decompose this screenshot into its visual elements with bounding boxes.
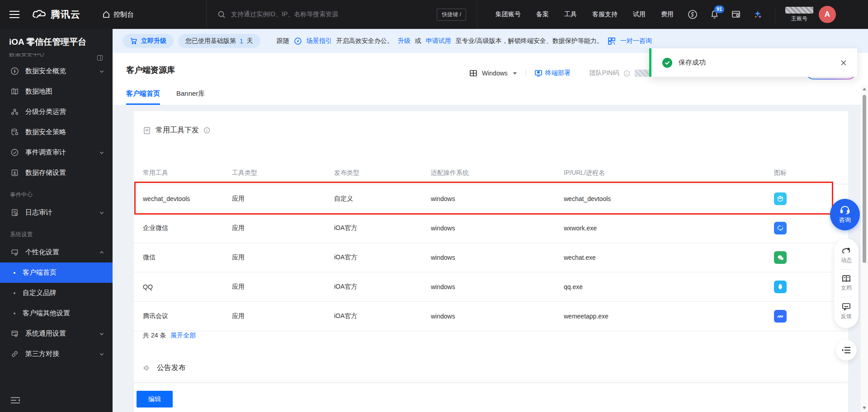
topnav-link-group-account[interactable]: 集团账号 bbox=[495, 10, 521, 19]
banner-or: 或 bbox=[415, 37, 421, 45]
info-icon[interactable] bbox=[203, 127, 210, 134]
sidebar-collapse-icon[interactable] bbox=[10, 396, 21, 405]
feedback-button[interactable]: 反馈 bbox=[841, 302, 852, 320]
upgrade-link[interactable]: 升级 bbox=[398, 37, 410, 45]
table-row-wechat[interactable]: 微信 应用 iOA官方 windows wechat.exe bbox=[134, 243, 848, 272]
document-icon bbox=[143, 126, 151, 135]
team-pin-label: 团队PIN码 bbox=[590, 69, 619, 77]
scroll-up-arrow[interactable] bbox=[863, 88, 866, 90]
console-settings-icon[interactable] bbox=[731, 9, 741, 20]
sidebar-item-data-security-overview[interactable]: 数据安全概览 bbox=[0, 61, 113, 81]
apply-trial-link[interactable]: 申请试用 bbox=[426, 37, 451, 45]
usage-status-pill: 您已使用基础版第1天 bbox=[178, 34, 260, 48]
sidebar-item-data-security-policy[interactable]: 数据安全策略 bbox=[0, 122, 113, 142]
bullet-dot bbox=[14, 313, 15, 314]
console-link[interactable]: 控制台 bbox=[102, 10, 134, 19]
edit-button[interactable]: 编辑 bbox=[137, 391, 173, 407]
link-icon bbox=[10, 350, 19, 359]
tools-section-title: 常用工具下发 bbox=[143, 126, 210, 135]
close-icon[interactable] bbox=[840, 59, 847, 66]
avatar[interactable]: A bbox=[819, 6, 836, 23]
account-type-label: 主账号 bbox=[791, 15, 807, 23]
success-check-icon bbox=[662, 58, 672, 68]
support-icon[interactable] bbox=[687, 9, 698, 20]
consult-float-button[interactable]: 咨询 bbox=[830, 199, 860, 230]
action-footer: 编辑 bbox=[134, 383, 848, 412]
table-header-row: 常用工具 工具类型 发布类型 适配操作系统 IP/URL/进程名 图标 bbox=[134, 162, 848, 184]
wecom-icon bbox=[774, 222, 787, 234]
chevron-up-icon bbox=[99, 250, 104, 255]
hamburger-menu-icon[interactable] bbox=[0, 0, 29, 29]
scene-guide-link[interactable]: 场景指引 bbox=[307, 37, 332, 45]
sidebar-pin-icon[interactable] bbox=[97, 55, 103, 61]
bullet-dot bbox=[14, 272, 15, 274]
panel-toggle-button[interactable] bbox=[836, 340, 857, 360]
cart-icon bbox=[130, 37, 137, 45]
banner-text2: 至专业/高级版本，解锁终端安全、数据保护等能力。 bbox=[456, 37, 603, 45]
topnav-link-support[interactable]: 客服支持 bbox=[592, 10, 618, 19]
terminal-deploy-link[interactable]: 终端部署 bbox=[534, 69, 571, 77]
topnav-link-billing[interactable]: 费用 bbox=[661, 10, 674, 19]
table-row-wechat-devtools[interactable]: wechat_devtools 应用 自定义 windows wechat_de… bbox=[134, 184, 848, 214]
notification-bell-icon[interactable]: 91 bbox=[709, 9, 720, 20]
divider bbox=[840, 297, 852, 297]
page-tabs: 客户端首页 Banner库 bbox=[126, 89, 205, 105]
topnav-link-tools[interactable]: 工具 bbox=[564, 10, 577, 19]
wechat-devtools-icon bbox=[774, 192, 787, 205]
sidebar-subitem-client-other-settings[interactable]: 客户端其他设置 bbox=[0, 303, 113, 323]
avatar-initial: A bbox=[825, 10, 830, 19]
topnav-link-icp[interactable]: 备案 bbox=[536, 10, 549, 19]
one-on-one-consult-link[interactable]: 一对一咨询 bbox=[620, 37, 652, 45]
col-header-tool: 常用工具 bbox=[134, 169, 232, 177]
scrollbar-thumb[interactable] bbox=[863, 95, 866, 263]
page-title: 客户端资源库 bbox=[126, 65, 175, 75]
topnav-links: 集团账号 备案 工具 客服支持 试用 费用 bbox=[495, 10, 674, 19]
headset-icon bbox=[840, 205, 850, 215]
monitor-gear-icon bbox=[10, 248, 19, 257]
sidebar-item-data-map[interactable]: 数据地图 bbox=[0, 81, 113, 102]
nodes-icon bbox=[10, 108, 19, 117]
sidebar: iOA 零信任管理平台 数据安全中心 数据安全概览 数据地图 分级分类运营 数据… bbox=[0, 29, 113, 412]
info-icon[interactable] bbox=[623, 70, 630, 77]
usage-days-value: 1 bbox=[240, 37, 243, 45]
storage-icon bbox=[10, 169, 19, 178]
table-row-tencent-meeting[interactable]: 腾讯会议 应用 iOA官方 windows wemeetapp.exe bbox=[134, 302, 848, 331]
tencent-cloud-logo[interactable]: 腾讯云 bbox=[32, 8, 80, 21]
chevron-down-icon bbox=[99, 331, 104, 337]
col-header-publish: 发布类型 bbox=[334, 169, 431, 177]
total-count: 共 24 条 bbox=[143, 332, 166, 340]
tab-client-homepage[interactable]: 客户端首页 bbox=[126, 89, 160, 105]
sidebar-item-incident-audit[interactable]: 事件调查审计 bbox=[0, 142, 113, 163]
sidebar-subitem-custom-brand[interactable]: 自定义品牌 bbox=[0, 283, 113, 303]
expand-all-link[interactable]: 展开全部 bbox=[170, 332, 196, 340]
upgrade-now-button[interactable]: 立即升级 bbox=[123, 34, 174, 48]
news-button[interactable]: 动态 bbox=[841, 246, 852, 264]
tools-table: 常用工具 工具类型 发布类型 适配操作系统 IP/URL/进程名 图标 wech… bbox=[134, 162, 848, 331]
ai-sparkle-icon[interactable] bbox=[752, 9, 763, 20]
sidebar-item-log-audit[interactable]: 日志审计 bbox=[0, 202, 113, 223]
sidebar-item-data-storage-settings[interactable]: 数据存储设置 bbox=[0, 163, 113, 183]
table-row-qq[interactable]: QQ 应用 iOA官方 windows qq.exe bbox=[134, 272, 848, 302]
page-scrollbar[interactable] bbox=[861, 85, 868, 412]
sidebar-item-classification-ops[interactable]: 分级分类运营 bbox=[0, 102, 113, 122]
cloud-bell-icon bbox=[841, 246, 851, 255]
sidebar-item-personalize[interactable]: 个性化设置 bbox=[0, 242, 113, 262]
search-placeholder: 支持通过实例ID、IP、名称等搜索资源 bbox=[231, 10, 431, 19]
sidebar-item-third-party[interactable]: 第三方对接 bbox=[0, 344, 113, 364]
os-selector[interactable]: Windows bbox=[482, 70, 508, 77]
feedback-chat-icon bbox=[841, 302, 851, 311]
chevron-down-icon[interactable] bbox=[512, 70, 518, 76]
scroll-down-arrow[interactable] bbox=[863, 407, 866, 409]
tab-banner-library[interactable]: Banner库 bbox=[176, 89, 205, 105]
bullet-dot bbox=[14, 292, 15, 294]
table-row-wecom[interactable]: 企业微信 应用 iOA官方 windows wxwork.exe bbox=[134, 214, 848, 243]
sidebar-subitem-client-homepage[interactable]: 客户端首页 bbox=[0, 262, 113, 283]
account-menu[interactable]: 主账号 bbox=[775, 7, 813, 23]
global-search[interactable]: 支持通过实例ID、IP、名称等搜索资源 快捷键 / bbox=[206, 0, 477, 29]
sidebar-section-event-center: 事件中心 bbox=[0, 183, 113, 202]
sidebar-item-system-general[interactable]: 系统通用设置 bbox=[0, 323, 113, 344]
topnav-link-trial[interactable]: 试用 bbox=[633, 10, 646, 19]
check-circle-icon bbox=[10, 148, 19, 157]
cloud-logo-icon bbox=[32, 9, 47, 20]
docs-button[interactable]: 文档 bbox=[841, 275, 852, 292]
